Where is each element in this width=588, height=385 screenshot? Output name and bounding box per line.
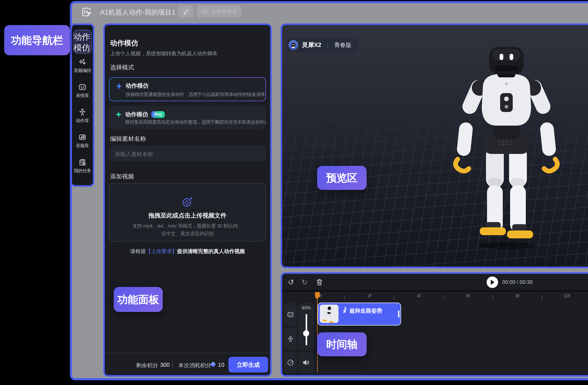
trash-icon	[316, 278, 323, 286]
material-name-input[interactable]	[109, 146, 266, 162]
ruler-tick	[542, 295, 542, 299]
playhead[interactable]	[315, 292, 320, 372]
annotation-preview-label: 预览区	[317, 166, 367, 190]
clip-thumbnail	[320, 305, 338, 323]
timeline-clip[interactable]: 超帅走路姿势	[318, 302, 401, 325]
material-name-label: 编辑素材名称	[110, 135, 146, 143]
expression-track-button[interactable]	[284, 303, 297, 326]
robot-avatar	[289, 40, 298, 50]
preview-viewport[interactable]: 灵犀X2 ｜ 青春版 预览区 Z Y	[281, 23, 588, 268]
sidebar-item-expression-lib[interactable]: 表情库	[74, 83, 91, 106]
timeline-ruler[interactable]: 0f 2f 4f 6f 8f 10f 12f 14f 16f	[282, 292, 588, 302]
ruler-label: 2f	[361, 293, 377, 298]
ruler-tick	[394, 295, 394, 299]
mode-card-fast[interactable]: 动作模仿 快速模仿普通难度的全身动作，适用于小品戏剧等简单动作的快速演绎	[109, 77, 266, 101]
generate-button[interactable]: 立即生成	[229, 357, 268, 373]
speaker-icon	[302, 360, 310, 366]
toolbar-divider	[282, 290, 588, 292]
model-badge: 灵犀X2 ｜ 青春版	[286, 38, 358, 52]
robot-model[interactable]	[450, 46, 563, 250]
time-display: 00:00 / 00:30	[502, 279, 533, 285]
sidebar-item-label: 音频库	[76, 143, 89, 149]
person-icon	[287, 336, 294, 343]
ruler-tick	[344, 295, 345, 299]
sidebar-item-label: 音频编排	[74, 68, 91, 74]
ruler-label: 4f	[411, 293, 427, 298]
mode-section-label: 选择模式	[110, 64, 134, 71]
video-upload-dropzone[interactable]: 拖拽至此或点击上传视频文件 支持 mp4、avi、mov 等格式，视频长度 30…	[109, 183, 266, 242]
volume-slider-track[interactable]	[305, 314, 307, 345]
ruler-tick	[443, 295, 444, 299]
footer-divider-bar	[172, 361, 173, 368]
volume-control[interactable]: 40%	[298, 303, 314, 351]
clip-trim-handle-right[interactable]	[398, 310, 399, 318]
mode-name: 动作模仿	[125, 111, 148, 117]
undo-button[interactable]: ↺	[285, 276, 297, 288]
function-panel: 动作模仿 上传个人视频，系统智能转换为机器人动作脚本 选择模式 动作模仿 快速模…	[103, 23, 272, 377]
rename-button[interactable]	[178, 5, 193, 18]
tasks-icon	[78, 158, 86, 167]
sidebar-item-audio-lib[interactable]: 音频库	[74, 133, 91, 156]
note-prefix: 请根据	[130, 248, 146, 254]
sidebar-item-my-tasks[interactable]: 我的任务	[74, 158, 91, 181]
upload-title: 拖拽至此或点击上传视频文件	[148, 212, 227, 220]
upload-note: 请根据【上传要求】提供清晰完整的真人动作视频	[105, 248, 270, 255]
ruler-label: 6f	[460, 293, 476, 298]
annotated-screenshot: A1机器人动作-我的项目1 文件未保存 合成并保存 下发到设备 功能导航栏 动作…	[0, 0, 588, 385]
sidebar-item-label: 表情库	[76, 93, 89, 99]
sidebar: 动作模仿 音频编排 表情库 动作库 音频库 我的任务	[70, 23, 94, 187]
sidebar-item-label: 动作库	[76, 118, 89, 124]
clip-name: 超帅走路姿势	[349, 307, 382, 315]
cost-value: 10	[218, 362, 224, 368]
green-sparkle-icon	[115, 111, 122, 118]
volume-value: 40%	[301, 305, 311, 310]
mode-desc: 快速模仿普通难度的全身动作，适用于小品戏剧等简单动作的快速演绎	[126, 91, 265, 98]
cost-label: 本次消耗积分	[178, 362, 211, 369]
upload-hint-line2: 仅中文、英文语言的识别	[161, 231, 213, 237]
play-icon	[490, 279, 494, 285]
audio-card-icon	[78, 133, 86, 141]
credits-value: 300	[160, 362, 170, 368]
credits-label: 剩余积分	[136, 362, 158, 369]
annotation-timeline-label: 时间轴	[317, 332, 367, 356]
panel-footer-divider	[105, 353, 270, 353]
model-name: 灵犀X2	[302, 41, 321, 49]
panel-title: 动作模仿	[110, 39, 138, 48]
mode-desc: 模仿复杂高精度高动态全身动作复现，适用于舞蹈功夫等丰富表达创作表演	[125, 119, 266, 126]
audio-track-button[interactable]	[284, 352, 297, 373]
face-icon	[78, 83, 86, 91]
face-icon	[287, 311, 294, 318]
play-button[interactable]	[487, 277, 498, 288]
panel-subtitle: 上传个人视频，系统智能转换为机器人动作脚本	[110, 50, 217, 57]
music-disc-icon	[287, 359, 294, 366]
pro-badge: Pro	[151, 111, 165, 118]
mode-card-pro[interactable]: 动作模仿Pro 模仿复杂高精度高动态全身动作复现，适用于舞蹈功夫等丰富表达创作表…	[109, 106, 266, 129]
person-icon	[78, 108, 86, 116]
sidebar-item-label: 我的任务	[74, 168, 91, 174]
ruler-tick	[492, 295, 493, 299]
note-suffix: 提供清晰完整的真人动作视频	[177, 248, 245, 254]
add-video-label: 添加视频	[110, 173, 134, 181]
mode-name: 动作模仿	[126, 82, 149, 90]
sidebar-item-motion-imitation[interactable]: 动作模仿	[73, 30, 92, 54]
timeline-panel: ↺ ↻ 00:00 / 00:30 0f 2f 4f 6f 8f	[281, 272, 588, 377]
save-status: 文件未保存	[197, 5, 241, 18]
upload-hint-line1: 支持 mp4、avi、mov 等格式，视频长度 30 秒以内，	[132, 223, 243, 230]
pencil-icon	[182, 8, 189, 15]
mute-button[interactable]	[298, 352, 314, 373]
project-title: A1机器人动作-我的项目1	[100, 8, 176, 17]
model-edition: 青春版	[334, 41, 351, 49]
sidebar-item-audio-arrange[interactable]: 音频编排	[74, 58, 91, 81]
motion-track-button[interactable]	[284, 328, 297, 351]
delete-clip-button[interactable]	[314, 277, 325, 288]
cloud-x-icon	[201, 8, 209, 15]
sidebar-item-motion-lib[interactable]: 动作库	[74, 108, 91, 131]
annotation-panel-label: 功能面板	[114, 287, 163, 312]
app-logo-icon	[81, 6, 92, 18]
upload-requirements-link[interactable]: 【上传要求】	[146, 248, 177, 254]
save-status-label: 文件未保存	[211, 8, 237, 15]
ruler-label: 10f	[559, 293, 575, 298]
redo-button[interactable]: ↻	[299, 276, 310, 288]
film-reel-sparkle-icon	[181, 196, 194, 208]
volume-slider-thumb[interactable]	[303, 330, 309, 336]
